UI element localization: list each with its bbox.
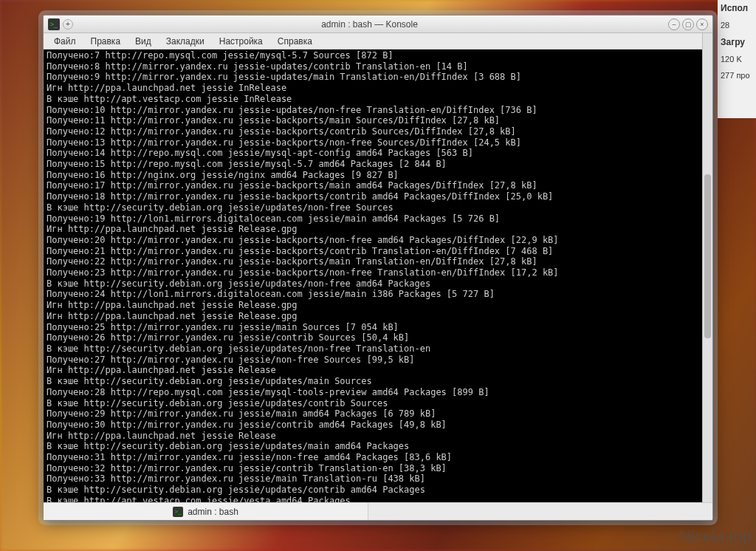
- konsole-window: >_ + admin : bash — Konsole – ▢ × Файл П…: [43, 15, 713, 521]
- side-value: 120 K: [721, 55, 753, 64]
- side-label: Испол: [721, 3, 753, 13]
- menu-bookmarks[interactable]: Закладки: [159, 35, 212, 48]
- maximize-button[interactable]: ▢: [682, 18, 694, 30]
- watermark: Nicola.top: [679, 527, 752, 547]
- tab-label: admin : bash: [188, 507, 238, 517]
- menu-edit[interactable]: Правка: [83, 35, 128, 48]
- terminal-output[interactable]: Получено:7 http://repo.mysql.com jessie/…: [44, 49, 712, 502]
- terminal-icon: >_: [173, 507, 183, 517]
- menu-view[interactable]: Вид: [128, 35, 159, 48]
- side-value: 277 про: [721, 71, 753, 80]
- close-button[interactable]: ×: [696, 18, 708, 30]
- tab-active[interactable]: >_ admin : bash: [44, 503, 368, 520]
- menu-settings[interactable]: Настройка: [212, 35, 270, 48]
- scrollbar-vertical[interactable]: [702, 33, 712, 502]
- system-monitor-panel: Испол 28 Загру 120 K 277 про: [718, 0, 756, 118]
- app-icon: >_: [48, 18, 60, 30]
- menubar: Файл Правка Вид Закладки Настройка Справ…: [44, 33, 712, 49]
- new-tab-button[interactable]: +: [63, 19, 73, 30]
- side-value: 28: [721, 21, 753, 30]
- menu-help[interactable]: Справка: [270, 35, 320, 48]
- side-label: Загру: [721, 37, 753, 47]
- window-title: admin : bash — Konsole: [73, 19, 666, 30]
- tabbar: >_ admin : bash: [44, 502, 712, 520]
- titlebar[interactable]: >_ + admin : bash — Konsole – ▢ ×: [44, 16, 712, 33]
- menu-file[interactable]: Файл: [47, 35, 83, 48]
- minimize-button[interactable]: –: [668, 18, 680, 30]
- scrollbar-thumb[interactable]: [704, 174, 711, 338]
